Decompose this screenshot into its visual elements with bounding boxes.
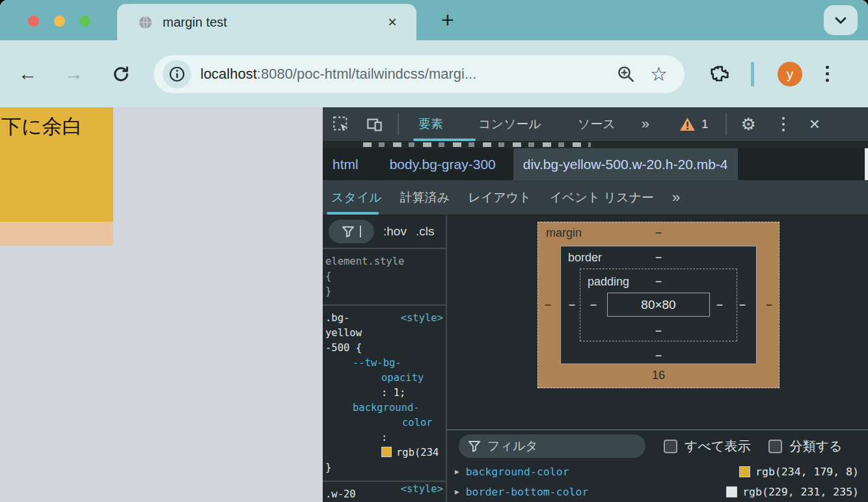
tab-layout[interactable]: レイアウト (468, 189, 531, 206)
tab-search-button[interactable] (824, 5, 858, 35)
element-style-rule[interactable]: element.style { } (323, 249, 446, 306)
bg-yellow-500-rule[interactable]: <style> .bg- yellow -500 { --tw-bg- opac… (323, 306, 446, 482)
new-tab-button[interactable]: + (435, 7, 461, 33)
padding-label: padding (588, 275, 629, 289)
warnings-badge[interactable]: 1 (679, 117, 709, 131)
minimize-window-button[interactable] (54, 16, 65, 27)
toolbar-divider (726, 113, 727, 135)
brace-close: } (325, 284, 446, 299)
padding-left-value[interactable]: − (590, 298, 597, 312)
tab-styles[interactable]: スタイル (331, 189, 382, 206)
property-name[interactable]: opacity (325, 371, 446, 386)
margin-right-value[interactable]: − (766, 298, 773, 312)
margin-bottom-value[interactable]: 16 (652, 369, 665, 382)
browser-menu-icon[interactable] (826, 66, 829, 82)
profile-avatar[interactable]: y (778, 62, 802, 86)
tab-sources[interactable]: ソース (576, 116, 617, 133)
color-swatch[interactable] (739, 466, 750, 477)
back-button[interactable]: ← (18, 64, 37, 83)
scrollbar[interactable] (865, 148, 868, 180)
pseudo-state-toggle[interactable]: :hov (383, 224, 407, 239)
padding-right-value[interactable]: − (716, 298, 724, 312)
chevron-down-icon (833, 12, 848, 28)
tab-elements[interactable]: 要素 (417, 116, 444, 133)
class-toggle[interactable]: .cls (416, 224, 435, 239)
filter-funnel-icon (342, 225, 355, 238)
property-name[interactable]: --tw-bg- (325, 356, 446, 371)
warning-count: 1 (701, 117, 709, 131)
computed-property-row[interactable]: ▶ background-color rgb(234, 179, 8) (447, 462, 868, 482)
margin-top-value[interactable]: − (655, 226, 662, 240)
titlebar: margin test × + (0, 0, 868, 40)
property-name[interactable]: background- (325, 401, 446, 416)
group-checkbox[interactable] (768, 440, 782, 453)
padding-top-value[interactable]: − (655, 275, 662, 289)
style-source-link[interactable]: <style> (401, 311, 443, 326)
extensions-icon[interactable] (709, 64, 730, 85)
box-model-diagram: 80×80 margin − border − padding − − − − … (447, 215, 868, 429)
content-size: 80×80 (641, 298, 675, 312)
device-toolbar-icon[interactable] (366, 116, 383, 133)
show-all-checkbox[interactable] (664, 440, 677, 453)
settings-gear-icon[interactable]: ⚙ (741, 114, 756, 135)
forward-button[interactable]: → (64, 64, 83, 83)
border-left-value[interactable]: − (569, 298, 576, 312)
tab-console[interactable]: コンソール (477, 116, 543, 133)
brace-close: } (325, 460, 446, 475)
devtools-close-icon[interactable]: × (809, 115, 820, 133)
color-swatch[interactable] (726, 486, 737, 497)
tab-event-listeners[interactable]: イベント リスナー (549, 189, 653, 206)
more-panel-tabs-icon[interactable]: » (672, 189, 680, 206)
selector-line: -500 { (325, 341, 446, 356)
computed-filter-pill[interactable] (459, 434, 645, 458)
url-text[interactable]: localhost:8080/poc-html/tailwindcss/marg… (200, 66, 616, 83)
group-label: 分類する (789, 438, 842, 455)
breadcrumb-body[interactable]: body.bg-gray-300 (380, 148, 506, 180)
computed-property-row[interactable]: ▶ border-bottom-color rgb(229, 231, 235) (447, 482, 868, 502)
styles-filter-row: :hov .cls (323, 215, 446, 249)
browser-toolbar: ← → localhost:8080/poc-html/tailwindcss/… (0, 40, 868, 107)
border-bottom-value[interactable]: − (655, 349, 662, 363)
zoom-window-button[interactable] (79, 16, 90, 27)
more-tabs-icon[interactable]: » (640, 116, 651, 133)
styles-filter-input[interactable] (329, 220, 374, 243)
border-label: border (568, 251, 602, 265)
computed-property-name: background-color (466, 466, 569, 478)
disclosure-triangle-icon[interactable]: ▶ (455, 488, 459, 496)
breadcrumb-selected-div[interactable]: div.bg-yellow-500.w-20.h-20.mb-4 (513, 148, 738, 180)
devtools-menu-icon[interactable] (782, 117, 785, 131)
computed-property-value: rgb(229, 231, 235) (742, 486, 859, 498)
tab-computed[interactable]: 計算済み (400, 189, 450, 206)
active-tab-underline (413, 139, 476, 141)
disclosure-triangle-icon[interactable]: ▶ (455, 468, 459, 476)
reload-button[interactable] (112, 65, 130, 83)
margin-left-value[interactable]: − (545, 298, 552, 312)
box-model-content[interactable]: 80×80 (607, 293, 710, 317)
url-path: :8080/poc-html/tailwindcss/margi... (257, 66, 476, 82)
margin-highlight-overlay (0, 222, 113, 246)
color-swatch[interactable] (381, 447, 392, 457)
border-right-value[interactable]: − (739, 298, 746, 312)
tab-close-icon[interactable]: × (388, 14, 397, 30)
computed-pane: 80×80 margin − border − padding − − − − … (447, 215, 868, 502)
browser-window: margin test × + ← → localhost:8080/poc-h… (0, 0, 868, 502)
close-window-button[interactable] (28, 16, 39, 27)
site-info-button[interactable] (163, 60, 191, 88)
border-top-value[interactable]: − (655, 251, 662, 265)
breadcrumb-html[interactable]: html (323, 148, 368, 180)
property-name[interactable]: color (325, 416, 446, 430)
active-panel-tab-underline (327, 212, 379, 215)
bookmark-star-icon[interactable]: ☆ (650, 62, 668, 85)
computed-filter-input[interactable] (487, 439, 631, 453)
property-value[interactable]: rgb(234 (396, 447, 439, 458)
browser-tab[interactable]: margin test × (117, 4, 416, 40)
padding-bottom-value[interactable]: − (655, 324, 662, 338)
address-bar[interactable]: localhost:8080/poc-html/tailwindcss/marg… (154, 55, 685, 93)
w-20-rule[interactable]: <style> .w-20 (323, 482, 446, 502)
style-source-link[interactable]: <style> (401, 482, 443, 497)
inspect-element-icon[interactable] (332, 116, 350, 133)
avatar-letter: y (787, 66, 794, 82)
zoom-icon[interactable] (616, 64, 636, 84)
webpage-viewport: 下に余白 (0, 107, 323, 502)
property-value[interactable]: : 1; (325, 386, 446, 401)
